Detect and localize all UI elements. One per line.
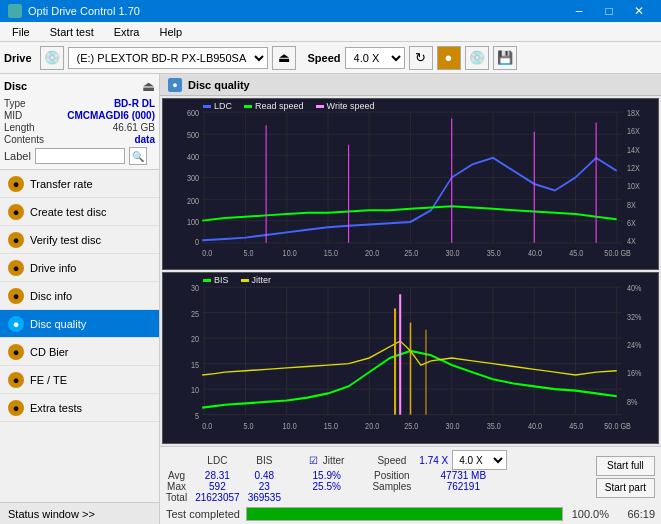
sidebar-item-fe-te[interactable]: ● FE / TE [0, 366, 159, 394]
svg-text:4X: 4X [627, 236, 636, 246]
charts-area: LDC Read speed Write speed [160, 96, 661, 446]
label-search-btn[interactable]: 🔍 [129, 147, 147, 165]
burn-button[interactable]: ● [437, 46, 461, 70]
mid-value: CMCMAGDI6 (000) [67, 110, 155, 121]
svg-text:0.0: 0.0 [202, 420, 212, 431]
svg-text:500: 500 [187, 130, 199, 140]
svg-text:16X: 16X [627, 127, 640, 137]
menu-bar: File Start test Extra Help [0, 22, 661, 42]
svg-text:35.0: 35.0 [487, 248, 501, 258]
start-part-button[interactable]: Start part [596, 478, 655, 498]
legend-read-speed: Read speed [244, 101, 304, 111]
refresh-button[interactable]: ↻ [409, 46, 433, 70]
svg-text:10.0: 10.0 [283, 420, 297, 431]
chart1-container: LDC Read speed Write speed [162, 98, 659, 270]
legend-jitter-dot [241, 279, 249, 282]
svg-text:5: 5 [195, 410, 199, 421]
contents-value: data [134, 134, 155, 145]
save-button[interactable]: 💾 [493, 46, 517, 70]
speed-val: 1.74 X [419, 450, 452, 470]
svg-text:20.0: 20.0 [365, 420, 379, 431]
ldc-header: LDC [195, 450, 248, 470]
svg-text:40%: 40% [627, 282, 642, 293]
drive-label: Drive [4, 52, 32, 64]
svg-text:20: 20 [191, 333, 199, 344]
sidebar-item-create-test-disc[interactable]: ● Create test disc [0, 198, 159, 226]
speed-select[interactable]: 4.0 X [345, 47, 405, 69]
svg-text:400: 400 [187, 153, 199, 163]
disc-panel-title: Disc [4, 80, 27, 92]
sidebar-item-transfer-rate[interactable]: ● Transfer rate [0, 170, 159, 198]
disc-button[interactable]: 💿 [465, 46, 489, 70]
svg-text:5.0: 5.0 [243, 420, 253, 431]
svg-text:10.0: 10.0 [283, 248, 297, 258]
legend-read-speed-label: Read speed [255, 101, 304, 111]
svg-text:30.0: 30.0 [446, 420, 460, 431]
app-icon [8, 4, 22, 18]
svg-text:12X: 12X [627, 163, 640, 173]
svg-text:200: 200 [187, 196, 199, 206]
legend-jitter: Jitter [241, 275, 272, 285]
disc-quality-title: Disc quality [188, 79, 250, 91]
stats-row: LDC BIS ☑ Jitter Speed 1.74 X [166, 450, 655, 503]
svg-text:5.0: 5.0 [243, 248, 253, 258]
bottom-area: LDC BIS ☑ Jitter Speed 1.74 X [160, 446, 661, 524]
sidebar-item-extra-tests[interactable]: ● Extra tests [0, 394, 159, 422]
sidebar-item-drive-info[interactable]: ● Drive info [0, 254, 159, 282]
svg-text:8%: 8% [627, 396, 638, 407]
bis-total: 369535 [248, 492, 289, 503]
menu-extra[interactable]: Extra [106, 24, 148, 40]
chart1-svg: 600 500 400 300 200 100 0 18X 16X 14X 12… [163, 99, 658, 269]
content-area: ● Disc quality LDC Read speed [160, 74, 661, 524]
legend-write-speed-dot [316, 105, 324, 108]
svg-text:32%: 32% [627, 311, 642, 322]
svg-text:45.0: 45.0 [569, 420, 583, 431]
sidebar-item-disc-quality[interactable]: ● Disc quality [0, 310, 159, 338]
label-input[interactable] [35, 148, 125, 164]
title-bar: Opti Drive Control 1.70 – □ ✕ [0, 0, 661, 22]
legend-ldc-label: LDC [214, 101, 232, 111]
maximize-button[interactable]: □ [595, 0, 623, 22]
ldc-max: 592 [195, 481, 248, 492]
disc-eject-btn[interactable]: ⏏ [142, 78, 155, 94]
eject-button[interactable]: ⏏ [272, 46, 296, 70]
close-button[interactable]: ✕ [625, 0, 653, 22]
disc-info-icon: ● [8, 288, 24, 304]
svg-text:10: 10 [191, 384, 199, 395]
avg-label: Avg [166, 470, 195, 481]
svg-text:15.0: 15.0 [324, 420, 338, 431]
menu-file[interactable]: File [4, 24, 38, 40]
sidebar-item-verify-test-disc[interactable]: ● Verify test disc [0, 226, 159, 254]
svg-text:35.0: 35.0 [487, 420, 501, 431]
sidebar-nav: ● Transfer rate ● Create test disc ● Ver… [0, 170, 159, 502]
svg-text:100: 100 [187, 217, 199, 227]
start-full-button[interactable]: Start full [596, 456, 655, 476]
legend-bis: BIS [203, 275, 229, 285]
jitter-max: 25.5% [309, 481, 352, 492]
transfer-rate-icon: ● [8, 176, 24, 192]
minimize-button[interactable]: – [565, 0, 593, 22]
sidebar-item-disc-info[interactable]: ● Disc info [0, 282, 159, 310]
svg-text:25: 25 [191, 308, 199, 319]
drive-select[interactable]: (E:) PLEXTOR BD-R PX-LB950SA 1.06 [68, 47, 268, 69]
length-label: Length [4, 122, 35, 133]
drive-icon-btn[interactable]: 💿 [40, 46, 64, 70]
status-window-btn[interactable]: Status window >> [0, 502, 159, 524]
fe-te-icon: ● [8, 372, 24, 388]
chart2-svg: 30 25 20 15 10 5 40% 32% 24% 16% 8% 0.0 … [163, 273, 658, 443]
menu-help[interactable]: Help [151, 24, 190, 40]
extra-tests-label: Extra tests [30, 402, 82, 414]
stats-speed-select[interactable]: 4.0 X [452, 450, 507, 470]
create-test-disc-icon: ● [8, 204, 24, 220]
samples-value: 762191 [419, 481, 515, 492]
speed-select-cell[interactable]: 4.0 X [452, 450, 515, 470]
progress-bar-outer [246, 507, 563, 521]
sidebar-item-cd-bier[interactable]: ● CD Bier [0, 338, 159, 366]
menu-start-test[interactable]: Start test [42, 24, 102, 40]
legend-bis-dot [203, 279, 211, 282]
svg-text:24%: 24% [627, 339, 642, 350]
svg-text:30.0: 30.0 [446, 248, 460, 258]
chart1-legend: LDC Read speed Write speed [203, 101, 374, 111]
create-test-disc-label: Create test disc [30, 206, 106, 218]
verify-test-disc-label: Verify test disc [30, 234, 101, 246]
